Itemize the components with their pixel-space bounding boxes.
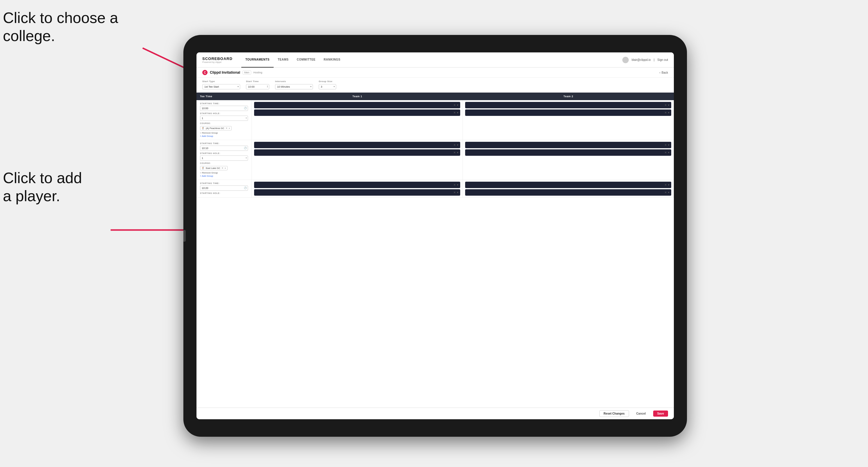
starting-time-input-2[interactable] [200, 146, 248, 151]
intervals-select[interactable]: 10 Minutes [275, 84, 313, 89]
nav-link-rankings[interactable]: RANKINGS [320, 53, 344, 67]
group-size-label: Group Size [319, 80, 336, 83]
player-x-icon[interactable]: ✕ [664, 111, 667, 114]
starting-hole-select-2[interactable]: 1 [200, 155, 248, 161]
nav-link-teams[interactable]: TEAMS [274, 53, 293, 67]
player-arr-icon[interactable]: ▾ [668, 144, 670, 147]
player-x-icon[interactable]: ✕ [664, 104, 667, 106]
th-team2: Team 2 [463, 93, 674, 100]
footer-bar: Reset Changes Cancel Save [196, 408, 674, 419]
start-time-label: Start Time [246, 80, 269, 83]
intervals-select-wrap: 10 Minutes [275, 84, 313, 89]
group-size-select[interactable]: 3 [319, 84, 336, 89]
player-arr-icon[interactable]: ▾ [668, 183, 670, 186]
player-row-3-3[interactable]: ✕ ▾ [465, 182, 671, 188]
th-tee-time: Tee Time [196, 93, 252, 100]
remove-group-1[interactable]: ○ Remove Group [200, 132, 248, 134]
player-row-3-2[interactable]: ✕ ▾ [254, 189, 460, 196]
player-x-icon[interactable]: ✕ [664, 151, 667, 154]
player-x-icon[interactable]: ✕ [664, 183, 667, 186]
starting-hole-wrap-1: 1 ▾ [200, 115, 248, 121]
annotation-choose-college: Click to choose a college. [3, 9, 118, 45]
time-icon-2: 🕐 [244, 147, 247, 149]
starting-hole-select-1[interactable]: 1 [200, 116, 248, 121]
cancel-button[interactable]: Cancel [632, 410, 650, 417]
player-row-2-1[interactable]: ✕ ▾ [254, 142, 460, 148]
player-x-icon[interactable]: ✕ [664, 144, 667, 147]
starting-hole-label-3: STARTING HOLE: [200, 192, 248, 194]
player-arr-icon[interactable]: ▾ [668, 104, 670, 106]
course-arr-2: ▾ [225, 167, 226, 169]
group-1-team1: ✕ ▾ ✕ ▾ [252, 100, 463, 140]
user-avatar [622, 57, 629, 63]
navbar: SCOREBOARD Powered by clippd TOURNAMENTS… [196, 53, 674, 67]
remove-group-2[interactable]: ○ Remove Group [200, 172, 248, 174]
course-remove-2[interactable]: ✕ [221, 167, 223, 169]
course-name-1: (A) Peachtree GC [206, 127, 224, 130]
start-type-select[interactable]: 1st Tee Start [202, 84, 240, 89]
player-arr-icon[interactable]: ▾ [668, 111, 670, 114]
player-arr-icon[interactable]: ▾ [457, 144, 459, 147]
starting-time-wrap-1: 🕐 [200, 105, 248, 111]
start-time-input-wrap: ℹ [246, 84, 269, 89]
course-remove-1[interactable]: ✕ [225, 127, 228, 130]
sign-out-link[interactable]: Sign out [657, 58, 668, 61]
player-arr-icon[interactable]: ▾ [457, 183, 459, 186]
group-row-2: STARTING TIME: 🕐 STARTING HOLE: 1 ▾ COUR… [196, 140, 674, 180]
tournament-title: Clippd Invitational [210, 70, 240, 74]
course-arr-1: ▾ [229, 127, 230, 130]
player-arr-icon[interactable]: ▾ [457, 104, 459, 106]
starting-time-input-3[interactable] [200, 185, 248, 191]
th-team1: Team 1 [252, 93, 463, 100]
sub-header-left: C Clippd Invitational Men Hosting [202, 70, 262, 75]
player-row-2-3[interactable]: ✕ ▾ [465, 142, 671, 148]
player-x-icon[interactable]: ✕ [454, 104, 456, 106]
start-type-control: Start Type 1st Tee Start [202, 80, 240, 89]
group-3-team1: ✕ ▾ ✕ ▾ [252, 180, 463, 197]
intervals-label: Intervals [275, 80, 313, 83]
start-time-input[interactable] [246, 84, 269, 89]
clippd-logo: C [202, 70, 208, 75]
player-row-2-4[interactable]: ✕ ▾ [465, 149, 671, 156]
table-area: Tee Time Team 1 Team 2 STARTING TIME: 🕐 … [196, 93, 674, 408]
course-label-1: COURSE: [200, 122, 248, 124]
sub-header: C Clippd Invitational Men Hosting ‹ Back [196, 67, 674, 78]
player-row-1-2[interactable]: ✕ ▾ [254, 110, 460, 116]
player-x-icon[interactable]: ✕ [454, 111, 456, 114]
group-row-3: STARTING TIME: 🕐 STARTING HOLE: ✕ ▾ ✕ ▾ [196, 180, 674, 198]
starting-hole-label-1: STARTING HOLE: [200, 113, 248, 115]
player-arr-icon[interactable]: ▾ [668, 151, 670, 154]
time-icon-3: 🕐 [244, 187, 247, 189]
add-group-1[interactable]: + Add Group [200, 135, 248, 137]
table-header: Tee Time Team 1 Team 2 [196, 93, 674, 100]
player-arr-icon[interactable]: ▾ [457, 151, 459, 154]
player-arr-icon[interactable]: ▾ [457, 191, 459, 194]
player-x-icon[interactable]: ✕ [454, 151, 456, 154]
player-arr-icon[interactable]: ▾ [457, 111, 459, 114]
player-x-icon[interactable]: ✕ [454, 183, 456, 186]
nav-link-tournaments[interactable]: TOURNAMENTS [241, 53, 274, 67]
course-tag-1[interactable]: 🏌 (A) Peachtree GC ✕ ▾ [200, 126, 232, 130]
player-row-3-1[interactable]: ✕ ▾ [254, 182, 460, 188]
save-button[interactable]: Save [653, 410, 668, 417]
course-name-2: East Lake GC [206, 167, 220, 169]
player-row-1-1[interactable]: ✕ ▾ [254, 102, 460, 108]
player-row-1-3[interactable]: ✕ ▾ [465, 102, 671, 108]
course-tag-2[interactable]: 🏌 East Lake GC ✕ ▾ [200, 166, 228, 170]
group-2-actions: ○ Remove Group + Add Group [200, 172, 248, 177]
player-row-3-4[interactable]: ✕ ▾ [465, 189, 671, 196]
starting-time-input-1[interactable] [200, 106, 248, 111]
tournament-tag: Hosting [253, 71, 262, 74]
player-x-icon[interactable]: ✕ [664, 191, 667, 194]
group-2-team1: ✕ ▾ ✕ ▾ [252, 140, 463, 180]
player-row-1-4[interactable]: ✕ ▾ [465, 110, 671, 116]
add-group-2[interactable]: + Add Group [200, 175, 248, 177]
player-x-icon[interactable]: ✕ [454, 144, 456, 147]
player-arr-icon[interactable]: ▾ [668, 191, 670, 194]
player-row-2-2[interactable]: ✕ ▾ [254, 149, 460, 156]
reset-button[interactable]: Reset Changes [599, 410, 629, 417]
player-x-icon[interactable]: ✕ [454, 191, 456, 194]
tablet-side-button [183, 230, 186, 242]
nav-link-committee[interactable]: COMMITTEE [293, 53, 320, 67]
back-button[interactable]: ‹ Back [659, 71, 668, 74]
